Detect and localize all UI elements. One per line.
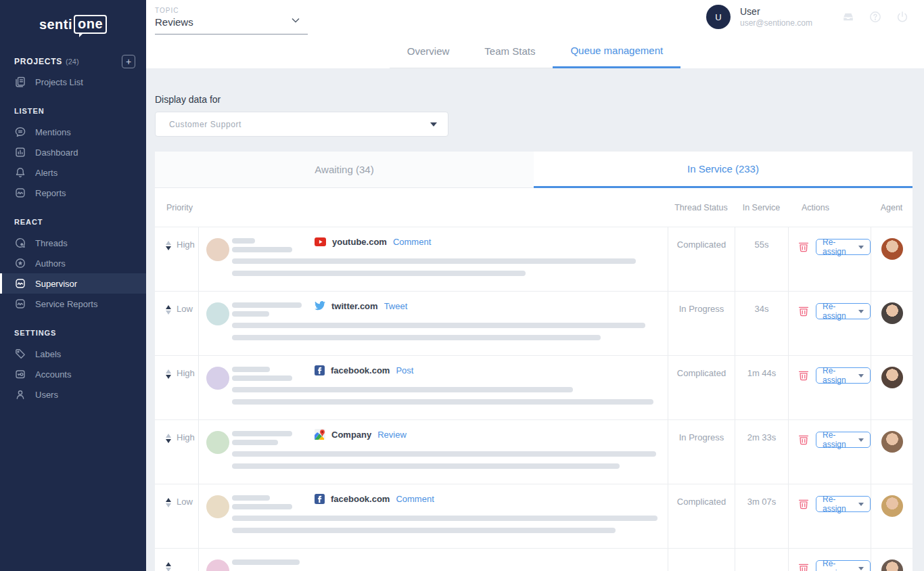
actions-cell: Re-assign xyxy=(788,292,871,355)
reassign-button[interactable]: Re-assign xyxy=(816,432,871,448)
table-row: Low twitter.com Tweet I xyxy=(155,291,913,355)
sidebar-item-accounts[interactable]: Accounts xyxy=(0,364,146,384)
reassign-button[interactable]: Re-assign xyxy=(816,560,871,571)
sidebar-item-authors[interactable]: Authors xyxy=(0,253,146,273)
agent-cell xyxy=(871,484,913,548)
topic-dropdown[interactable]: TOPIC Reviews xyxy=(155,0,308,35)
sidebar-item-label: Accounts xyxy=(35,369,71,380)
sidebar-item-dashboard[interactable]: Dashboard xyxy=(0,142,146,162)
trash-icon[interactable] xyxy=(798,305,809,317)
thread-content-cell[interactable]: facebook.com Post xyxy=(198,356,668,419)
user-block: U User user@sentione.com xyxy=(706,5,924,29)
team-select[interactable]: Customer Support xyxy=(155,112,448,137)
actions-cell: Re-assign xyxy=(788,356,871,419)
speech-bubble-icon xyxy=(14,126,26,138)
agent-avatar xyxy=(881,559,903,571)
logo-boxed-text: one xyxy=(74,15,107,34)
thread-status: Complicated xyxy=(668,356,735,419)
queue-card: Awaiting (34) In Service (233) Priority … xyxy=(155,152,913,571)
actions-cell: Re-assign xyxy=(788,227,871,291)
sidebar-item-mentions[interactable]: Mentions xyxy=(0,122,146,142)
tab-team-stats[interactable]: Team Stats xyxy=(467,35,553,69)
thread-content-cell[interactable] xyxy=(198,549,668,571)
source-domain: Company xyxy=(331,430,371,440)
reassign-button[interactable]: Re-assign xyxy=(816,239,871,255)
projects-label: PROJECTS xyxy=(14,57,62,66)
reassign-button[interactable]: Re-assign xyxy=(816,303,871,319)
display-data-label: Display data for xyxy=(155,94,924,105)
help-icon[interactable] xyxy=(869,10,882,24)
post-type-link[interactable]: Review xyxy=(377,430,407,440)
sidebar-item-reports[interactable]: Reports xyxy=(0,183,146,203)
thread-status: In Progress xyxy=(668,420,735,484)
placeholder-bar xyxy=(232,463,620,469)
thread-content-cell[interactable]: facebook.com Comment xyxy=(198,484,668,548)
user-email: user@sentione.com xyxy=(740,18,841,28)
sidebar-item-projects-list[interactable]: Projects List xyxy=(0,72,146,92)
column-header-in-service: In Service xyxy=(735,188,788,227)
inbox-icon[interactable] xyxy=(841,10,855,24)
source-domain: facebook.com xyxy=(331,365,390,375)
in-service-time: 34s xyxy=(735,292,788,355)
author-avatar xyxy=(206,238,229,261)
content-area: Display data for Customer Support Awaiti… xyxy=(146,68,924,571)
priority-cell xyxy=(155,549,198,571)
source-domain: youtube.com xyxy=(332,237,387,247)
reassign-button[interactable]: Re-assign xyxy=(816,496,871,512)
tab-queue-management[interactable]: Queue management xyxy=(553,35,680,69)
pulse-box-icon xyxy=(14,277,26,290)
facebook-icon xyxy=(315,494,325,504)
actions-cell: Re-assign xyxy=(788,420,871,484)
trash-icon[interactable] xyxy=(798,241,809,253)
reassign-button[interactable]: Re-assign xyxy=(816,367,871,384)
power-icon[interactable] xyxy=(896,10,909,24)
table-row: High facebook.com Post xyxy=(155,355,913,419)
trash-icon[interactable] xyxy=(798,562,809,571)
placeholder-bar xyxy=(232,516,657,521)
priority-arrows[interactable] xyxy=(166,562,171,571)
sidebar-item-threads[interactable]: Threads xyxy=(0,233,146,253)
placeholder-bar xyxy=(232,528,616,533)
thread-content-cell[interactable]: twitter.com Tweet xyxy=(198,292,668,355)
trash-icon[interactable] xyxy=(798,369,809,382)
thread-content-cell[interactable]: Company Review xyxy=(198,420,668,484)
sidebar-item-label: Threads xyxy=(35,238,68,248)
post-type-link[interactable]: Post xyxy=(396,365,413,375)
placeholder-bar xyxy=(232,504,292,509)
priority-arrows[interactable] xyxy=(166,498,171,507)
sidebar-item-labels[interactable]: Labels xyxy=(0,344,146,364)
post-type-link[interactable]: Comment xyxy=(396,494,434,504)
priority-cell: Low xyxy=(155,292,198,355)
priority-arrows[interactable] xyxy=(166,369,171,379)
user-avatar[interactable]: U xyxy=(706,5,731,29)
sentione-logo: sentione xyxy=(0,0,146,49)
actions-cell: Re-assign xyxy=(788,549,871,571)
priority-arrows[interactable] xyxy=(166,241,171,250)
chevron-down-icon xyxy=(292,14,300,26)
agent-cell xyxy=(871,420,913,484)
post-type-link[interactable]: Tweet xyxy=(384,301,408,311)
sidebar-item-label: Projects List xyxy=(35,77,83,87)
author-avatar xyxy=(206,559,229,571)
tab-overview[interactable]: Overview xyxy=(390,35,467,69)
trash-icon[interactable] xyxy=(798,498,809,510)
post-type-link[interactable]: Comment xyxy=(393,237,431,247)
placeholder-bar xyxy=(232,440,278,445)
projects-header: PROJECTS (24) + xyxy=(0,51,146,72)
priority-arrows[interactable] xyxy=(166,434,171,443)
sidebar-item-alerts[interactable]: Alerts xyxy=(0,162,146,183)
add-project-button[interactable]: + xyxy=(122,55,135,68)
sidebar-item-supervisor[interactable]: Supervisor xyxy=(0,273,146,294)
sidebar-item-service-reports[interactable]: Service Reports xyxy=(0,294,146,314)
priority-arrows[interactable] xyxy=(166,305,171,315)
thread-content-cell[interactable]: youtube.com Comment xyxy=(198,227,668,291)
priority-label: High xyxy=(177,239,195,250)
sidebar-item-users[interactable]: Users xyxy=(0,384,146,405)
trash-icon[interactable] xyxy=(798,434,809,446)
placeholder-bar xyxy=(232,451,656,457)
in-service-time: 3m 07s xyxy=(735,484,788,548)
thread-status: In Progress xyxy=(668,292,735,355)
subtab-awaiting[interactable]: Awaiting (34) xyxy=(155,152,534,188)
subtab-in-service[interactable]: In Service (233) xyxy=(534,152,913,188)
sidebar-item-label: Dashboard xyxy=(35,147,78,158)
